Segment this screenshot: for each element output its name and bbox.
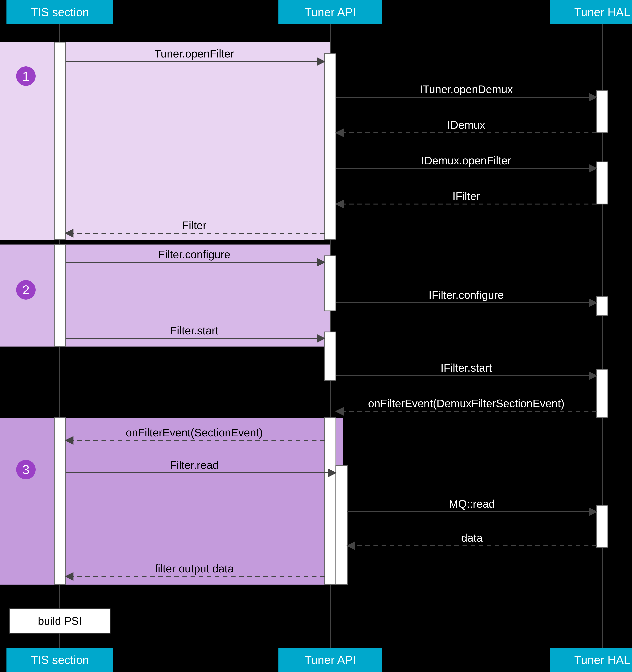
act-api-1 [324,53,336,240]
step-2-number: 2 [22,283,30,297]
lane-header-tis-label: TIS section [31,6,89,19]
lane-footer-api-label: Tuner API [305,653,356,666]
label-mqRead: MQ::read [449,498,495,510]
step-3-number: 3 [22,462,30,477]
label-onFilterEvent: onFilterEvent(SectionEvent) [126,426,263,439]
label-filter-return: Filter [182,219,206,232]
step-1-number: 1 [22,69,30,83]
act-tis-1 [54,42,66,240]
sequence-diagram: TIS section Tuner API Tuner HAL TIS sect… [0,0,632,672]
lane-footer-hal-label: Tuner HAL [574,653,630,666]
label-openFilter: Tuner.openFilter [154,47,234,60]
label-openDemux: ITuner.openDemux [420,83,513,95]
lane-footer-tis-label: TIS section [31,653,89,666]
lane-header-api-label: Tuner API [305,6,356,19]
note-build-psi-label: build PSI [38,615,82,627]
act-api-2b [324,332,336,381]
act-hal-1a [597,91,608,133]
stage-1-bg [0,42,330,240]
label-demuxOpenFilter: IDemux.openFilter [421,154,511,167]
label-filterConfigure: Filter.configure [158,248,230,261]
label-iFilterStart: IFilter.start [440,362,492,374]
act-tis-2 [54,244,66,346]
act-hal-2a [597,296,608,316]
label-onFilterEventHAL: onFilterEvent(DemuxFilterSectionEvent) [368,397,564,409]
act-tis-3 [54,418,66,584]
act-api-2a [324,256,336,311]
act-hal-1b [597,162,608,204]
lane-header-hal-label: Tuner HAL [574,6,630,19]
act-hal-3 [597,505,608,547]
label-iFilter: IFilter [453,190,480,202]
act-api-3 [324,418,336,584]
act-hal-2b [597,369,608,418]
label-iFilterConfigure: IFilter.configure [429,289,504,301]
label-mqData: data [461,532,483,544]
stage-3-bg [0,418,343,584]
label-filterStart: Filter.start [170,325,219,337]
label-filterRead: Filter.read [170,459,219,471]
label-filterOutput: filter output data [155,562,234,575]
label-iDemux: IDemux [447,119,485,131]
act-api-3b [336,465,347,584]
